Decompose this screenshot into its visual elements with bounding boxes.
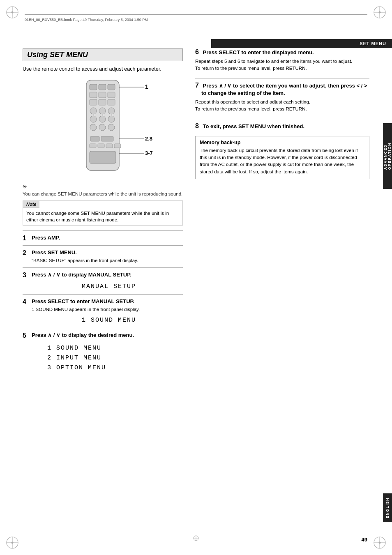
right-sidebar-advanced: ADVANCEDOPERATION xyxy=(383,123,392,189)
header-band: SET MENU xyxy=(211,39,392,48)
remote-illustration: 1 2,8 3-7 xyxy=(23,78,183,178)
step-7-sub: Repeat this operation to select and adju… xyxy=(195,99,369,113)
step-1: 1 Press AMP. xyxy=(23,234,183,242)
step-separator-5 xyxy=(23,328,183,328)
svg-point-27 xyxy=(99,108,106,114)
tip-icon: ✳ xyxy=(23,184,27,190)
svg-point-32 xyxy=(90,124,97,131)
note-text: You cannot change some SET MENU paramete… xyxy=(23,208,182,225)
bottom-center-decoration xyxy=(193,535,199,543)
step-5-number: 5 xyxy=(23,332,32,339)
sidebar-advanced-text: ADVANCEDOPERATION xyxy=(383,143,392,170)
svg-point-15 xyxy=(379,542,381,544)
step-4-content: Press SELECT to enter MANUAL SETUP. 1 SO… xyxy=(32,298,183,313)
svg-point-7 xyxy=(379,12,381,14)
step-6-number: 6 xyxy=(195,48,199,56)
step-1-content: Press AMP. xyxy=(32,234,183,242)
step-4: 4 Press SELECT to enter MANUAL SETUP. 1 … xyxy=(23,298,183,313)
remote-svg xyxy=(78,78,127,177)
step-6-main: Press SELECT to enter the displayed menu… xyxy=(201,49,314,56)
memory-box: Memory back-up The memory back-up circui… xyxy=(195,136,369,179)
svg-rect-22 xyxy=(108,92,115,98)
tip-area: ✳ You can change SET MENU parameters whi… xyxy=(23,184,183,197)
step-5-lcd: 1 SOUND MENU 2 INPUT MENU 3 OPTION MENU xyxy=(47,343,183,373)
step-7-number: 7 xyxy=(195,82,199,89)
step-4-number: 4 xyxy=(23,298,32,306)
corner-decoration-tl xyxy=(4,4,21,21)
step-3-number: 3 xyxy=(23,271,32,279)
step-separator-7 xyxy=(195,119,369,119)
section-title: Using SET MENU xyxy=(23,48,183,61)
page: 01EN_00_RXV550_EB.book Page 49 Thursday,… xyxy=(0,0,392,555)
step-3-main: Press ∧ / ∨ to display MANUAL SETUP. xyxy=(32,271,183,279)
svg-rect-36 xyxy=(101,136,113,141)
step-8-main: To exit, press SET MENU when finished. xyxy=(201,123,304,130)
step-2-sub: "BASIC SETUP" appears in the front panel… xyxy=(32,257,183,264)
corner-decoration-bl xyxy=(4,534,21,551)
step-8: 8 To exit, press SET MENU when finished. xyxy=(195,122,369,130)
tip-text: You can change SET MENU parameters while… xyxy=(23,191,183,197)
svg-rect-24 xyxy=(99,99,106,105)
memory-box-text: The memory back-up circuit prevents the … xyxy=(200,147,365,175)
right-column: 6 Press SELECT to enter the displayed me… xyxy=(195,48,369,179)
step-3-lcd: MANUAL SETUP xyxy=(35,283,183,290)
step-8-number: 8 xyxy=(195,122,199,130)
svg-rect-20 xyxy=(90,92,97,98)
svg-point-30 xyxy=(99,116,106,122)
step-4-main: Press SELECT to enter MANUAL SETUP. xyxy=(32,298,183,305)
main-content: Using SET MENU Use the remote control to… xyxy=(23,48,369,530)
intro-text: Use the remote control to access and adj… xyxy=(23,65,183,73)
step-separator-6 xyxy=(195,78,369,78)
step-separator-1 xyxy=(23,230,183,231)
svg-rect-19 xyxy=(108,84,115,90)
svg-rect-23 xyxy=(90,99,97,105)
step-5: 5 Press ∧ / ∨ to display the desired men… xyxy=(23,332,183,339)
file-info-text: 01EN_00_RXV550_EB.book Page 49 Thursday,… xyxy=(25,18,148,22)
right-sidebar-english: English xyxy=(383,493,392,522)
svg-point-31 xyxy=(108,116,115,122)
sidebar-english-text: English xyxy=(385,497,390,518)
svg-rect-25 xyxy=(108,99,115,105)
svg-point-28 xyxy=(108,108,115,114)
step-separator-4 xyxy=(23,294,183,295)
step-2-content: Press SET MENU. "BASIC SETUP" appears in… xyxy=(32,249,183,264)
svg-text:1: 1 xyxy=(145,83,148,90)
note-box: Note You cannot change some SET MENU par… xyxy=(23,200,183,226)
svg-rect-18 xyxy=(99,84,106,90)
svg-rect-17 xyxy=(90,84,97,90)
svg-point-29 xyxy=(90,116,97,122)
step-4-sub: 1 SOUND MENU appears in the front panel … xyxy=(32,306,183,313)
svg-point-3 xyxy=(12,12,14,14)
page-number: 49 xyxy=(362,537,367,543)
svg-rect-38 xyxy=(98,144,104,148)
step-separator-2 xyxy=(23,245,183,246)
step-3: 3 Press ∧ / ∨ to display MANUAL SETUP. xyxy=(23,271,183,279)
step-6-sub: Repeat steps 5 and 6 to navigate to and … xyxy=(195,58,369,72)
svg-rect-41 xyxy=(90,151,116,164)
step-separator-3 xyxy=(23,267,183,268)
svg-point-11 xyxy=(12,542,14,544)
top-bar: 01EN_00_RXV550_EB.book Page 49 Thursday,… xyxy=(25,14,367,22)
corner-decoration-br xyxy=(371,534,388,551)
svg-rect-40 xyxy=(114,144,121,148)
svg-text:2,8: 2,8 xyxy=(145,136,152,142)
step-2: 2 Press SET MENU. "BASIC SETUP" appears … xyxy=(23,249,183,264)
svg-rect-37 xyxy=(90,144,96,148)
step-4-lcd: 1 SOUND MENU xyxy=(35,317,183,324)
step-6: 6 Press SELECT to enter the displayed me… xyxy=(195,48,369,72)
memory-box-title: Memory back-up xyxy=(200,140,365,145)
svg-point-34 xyxy=(108,124,115,131)
svg-text:3-7: 3-7 xyxy=(145,150,153,156)
step-7-main: Press ∧ / ∨ to select the item you want … xyxy=(201,82,369,97)
step-3-content: Press ∧ / ∨ to display MANUAL SETUP. xyxy=(32,271,183,279)
step-5-main: Press ∧ / ∨ to display the desired menu. xyxy=(32,332,183,339)
svg-rect-35 xyxy=(90,136,99,141)
left-column: Using SET MENU Use the remote control to… xyxy=(23,48,183,377)
header-band-text: SET MENU xyxy=(360,41,386,46)
svg-point-33 xyxy=(99,124,106,131)
step-7: 7 Press ∧ / ∨ to select the item you wan… xyxy=(195,82,369,113)
step-2-number: 2 xyxy=(23,249,32,257)
note-label: Note xyxy=(23,201,39,208)
step-2-main: Press SET MENU. xyxy=(32,249,183,256)
step-1-number: 1 xyxy=(23,234,32,242)
